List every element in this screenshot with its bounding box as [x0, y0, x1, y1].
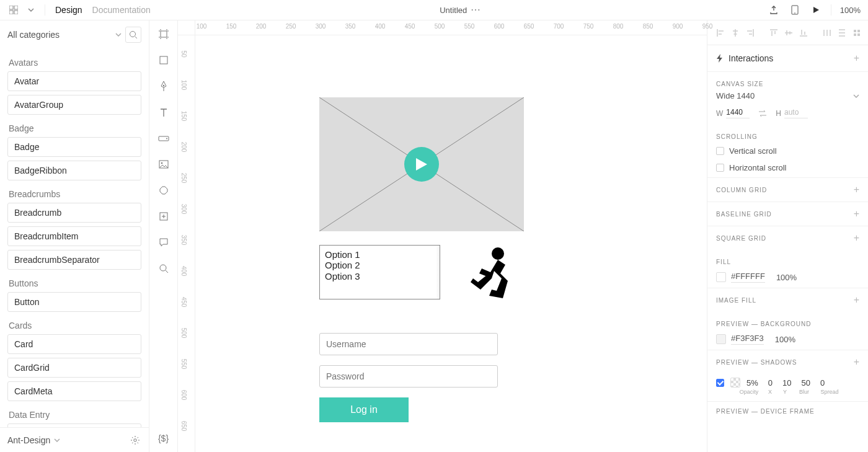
column-grid-section[interactable]: COLUMN GRID+	[707, 177, 868, 202]
interactions-section[interactable]: Interactions +	[707, 45, 868, 72]
play-icon[interactable]	[810, 4, 822, 16]
component-item[interactable]: BreadcrumbSeparator	[7, 250, 141, 270]
username-input[interactable]	[319, 333, 498, 355]
svg-point-6	[130, 32, 136, 37]
document-title[interactable]: Untitled	[440, 6, 467, 15]
preview-shadows-section[interactable]: PREVIEW — SHADOWS+	[707, 350, 868, 374]
canvas[interactable]: 1001502002503003504004505005506006507007…	[178, 20, 707, 452]
canvas-height-input[interactable]: auto	[784, 108, 808, 118]
preview-bg-swatch[interactable]	[716, 334, 726, 344]
square-grid-section[interactable]: SQUARE GRID+	[707, 226, 868, 250]
add-interaction-icon[interactable]: +	[854, 53, 859, 64]
category-filter[interactable]: All categories	[7, 30, 122, 40]
canvas-preset-select[interactable]: Wide 1440	[707, 91, 868, 104]
video-placeholder[interactable]	[319, 97, 524, 231]
tool-component[interactable]	[156, 183, 171, 198]
distribute-h-icon[interactable]	[823, 29, 831, 37]
preview-bg-opacity-input[interactable]: 100%	[775, 335, 795, 344]
fill-swatch[interactable]	[716, 272, 726, 282]
app-menu-icon[interactable]	[7, 4, 20, 16]
component-item[interactable]: BadgeRibbon	[7, 161, 141, 180]
align-center-h-icon[interactable]	[731, 29, 740, 37]
tool-image[interactable]	[156, 157, 171, 172]
shadow-blur-input[interactable]: 50	[802, 378, 810, 388]
preview-device-section[interactable]: PREVIEW — DEVICE FRAME	[707, 401, 868, 421]
shadow-y-input[interactable]: 10	[782, 378, 791, 388]
tool-text[interactable]	[156, 105, 171, 120]
baseline-grid-section[interactable]: BASELINE GRID+	[707, 202, 868, 226]
component-item[interactable]: Avatar	[7, 71, 141, 91]
running-person-icon[interactable]	[467, 246, 516, 302]
horizontal-scroll-checkbox[interactable]: Horizontal scroll	[707, 161, 868, 177]
align-center-v-icon[interactable]	[784, 29, 793, 37]
ruler-horizontal: 1001502002503003504004505005506006507007…	[195, 20, 707, 35]
distribute-grid-icon[interactable]	[852, 29, 861, 37]
component-group-label: Cards	[9, 321, 141, 330]
login-button[interactable]: Log in	[319, 397, 409, 422]
play-button-icon[interactable]	[404, 147, 439, 182]
svg-point-5	[794, 12, 795, 14]
tab-design[interactable]: Design	[53, 5, 85, 15]
list-option[interactable]: Option 1	[325, 249, 435, 260]
component-item[interactable]: CardMeta	[7, 381, 141, 401]
shadow-spread-input[interactable]: 0	[820, 378, 825, 388]
scrolling-label: SCROLLING	[707, 125, 868, 144]
distribute-v-icon[interactable]	[838, 29, 846, 37]
tool-rail: {$}	[149, 20, 178, 452]
swap-dimensions-icon[interactable]	[758, 110, 767, 117]
list-option[interactable]: Option 3	[325, 271, 435, 281]
svg-point-14	[161, 162, 162, 164]
svg-rect-3	[14, 11, 18, 14]
fill-opacity-input[interactable]: 100%	[776, 273, 797, 282]
vertical-scroll-checkbox[interactable]: Vertical scroll	[707, 144, 868, 161]
component-item[interactable]: BreadcrumbItem	[7, 226, 141, 246]
alignment-bar	[707, 20, 868, 45]
search-icon[interactable]	[125, 27, 141, 43]
tool-artboard[interactable]	[156, 27, 171, 42]
inspector-panel: Interactions + CANVAS SIZE Wide 1440 W14…	[707, 20, 868, 452]
tool-button[interactable]	[156, 131, 171, 146]
svg-point-10	[162, 85, 164, 86]
library-selector[interactable]: Ant-Design	[7, 435, 60, 445]
shadow-x-input[interactable]: 0	[768, 378, 773, 388]
component-item[interactable]: Badge	[7, 137, 141, 157]
component-item[interactable]: Button	[7, 292, 141, 312]
align-bottom-icon[interactable]	[799, 29, 808, 37]
component-item[interactable]: Card	[7, 334, 141, 354]
svg-rect-2	[9, 11, 13, 14]
shadow-color-swatch[interactable]	[730, 378, 740, 388]
align-right-icon[interactable]	[746, 29, 755, 37]
align-top-icon[interactable]	[769, 29, 778, 37]
svg-rect-22	[854, 33, 856, 36]
device-icon[interactable]	[789, 4, 801, 16]
shadow-opacity-input[interactable]: 5%	[746, 378, 758, 388]
export-icon[interactable]	[768, 4, 780, 16]
tool-rectangle[interactable]	[156, 53, 171, 68]
tool-pen[interactable]	[156, 79, 171, 94]
component-item[interactable]: Breadcrumb	[7, 203, 141, 223]
image-fill-section[interactable]: IMAGE FILL+	[707, 288, 868, 312]
zoom-level[interactable]: 100%	[840, 6, 861, 15]
align-left-icon[interactable]	[716, 29, 725, 37]
canvas-width-input[interactable]: 1440	[726, 108, 750, 118]
tool-insert[interactable]	[156, 209, 171, 224]
fill-hex-input[interactable]: #FFFFFF	[731, 272, 765, 283]
shadow-enabled-checkbox[interactable]	[716, 379, 724, 387]
doc-options-icon[interactable]: ⋯	[471, 5, 480, 15]
tool-search[interactable]	[156, 261, 171, 276]
tool-code[interactable]: {$}	[156, 431, 171, 446]
gear-icon[interactable]	[129, 434, 141, 446]
component-item[interactable]: AvatarGroup	[7, 95, 141, 115]
component-item[interactable]: CardGrid	[7, 358, 141, 378]
tool-comment[interactable]	[156, 235, 171, 250]
preview-bg-label: PREVIEW — BACKGROUND	[707, 312, 868, 331]
tab-documentation[interactable]: Documentation	[90, 5, 153, 15]
ruler-vertical: 50100150200250300350400450500550600650	[178, 35, 195, 452]
fill-label: FILL	[707, 250, 868, 269]
chevron-down-icon[interactable]	[25, 4, 37, 16]
password-input[interactable]	[319, 365, 498, 388]
preview-bg-hex-input[interactable]: #F3F3F3	[731, 334, 764, 345]
list-option[interactable]: Option 2	[325, 260, 435, 270]
svg-point-7	[134, 438, 136, 441]
listbox[interactable]: Option 1Option 2Option 3	[319, 245, 440, 299]
